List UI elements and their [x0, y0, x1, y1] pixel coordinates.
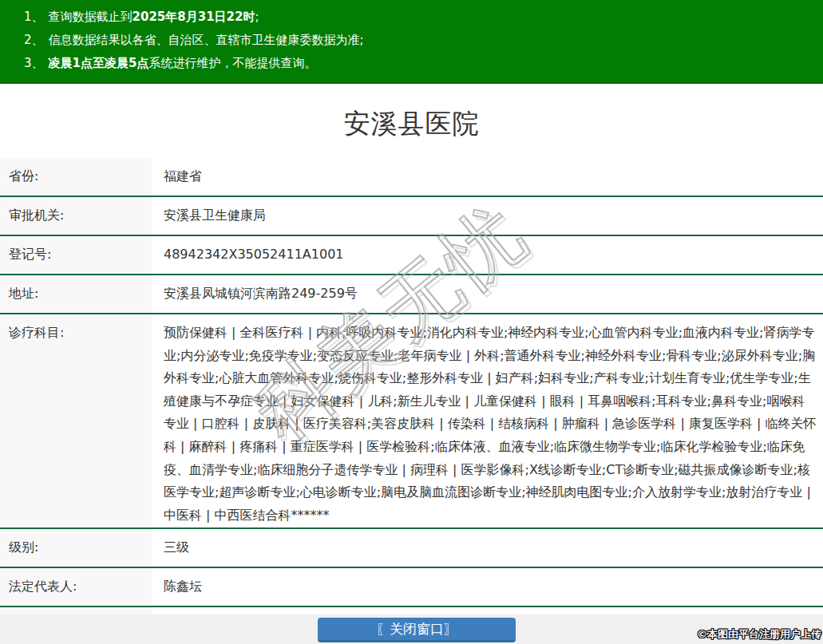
notice-line-2: 2、信息数据结果以各省、自治区、直辖市卫生健康委数据为准; — [24, 29, 815, 52]
row-label: 地址: — [0, 275, 152, 313]
notice-text-bold: 凌晨1点至凌晨5点 — [49, 56, 149, 70]
row-label: 省份: — [0, 158, 152, 196]
notice-number: 3、 — [24, 56, 44, 70]
close-window-button[interactable]: 〖关闭窗口〗 — [318, 618, 516, 642]
row-label: 审批机关: — [0, 197, 152, 235]
table-row-medical-subjects: 诊疗科目: 预防保健科 | 全科医疗科 | 内科;呼吸内科专业;消化内科专业;神… — [0, 314, 823, 529]
row-value: 安溪县卫生健康局 — [152, 197, 823, 235]
table-row-legal-representative: 法定代表人: 陈鑫坛 — [0, 568, 823, 607]
notice-text: 信息数据结果以各省、自治区、直辖市卫生健康委数据为准; — [49, 33, 364, 47]
row-value: 48942342X35052411A1001 — [152, 236, 823, 274]
table-row-registration-number: 登记号: 48942342X35052411A1001 — [0, 236, 823, 275]
notice-banner: 1、查询数据截止到2025年8月31日22时; 2、信息数据结果以各省、自治区、… — [0, 0, 823, 84]
row-value: 三级 — [152, 529, 823, 567]
row-value: 福建省 — [152, 158, 823, 196]
footer-bar: 〖关闭窗口〗 ©本图由平台注册用户上传 — [0, 614, 823, 644]
row-value: 预防保健科 | 全科医疗科 | 内科;呼吸内科专业;消化内科专业;神经内科专业;… — [152, 314, 823, 527]
copyright-watermark: ©本图由平台注册用户上传 — [697, 627, 821, 642]
notice-text: ; — [255, 10, 259, 24]
page: 1、查询数据截止到2025年8月31日22时; 2、信息数据结果以各省、自治区、… — [0, 0, 823, 644]
row-label: 法定代表人: — [0, 568, 152, 606]
notice-line-1: 1、查询数据截止到2025年8月31日22时; — [24, 6, 815, 29]
table-row-province: 省份: 福建省 — [0, 158, 823, 197]
row-value: 陈鑫坛 — [152, 568, 823, 606]
row-label: 登记号: — [0, 236, 152, 274]
notice-line-3: 3、凌晨1点至凌晨5点系统进行维护，不能提供查询。 — [24, 52, 815, 75]
notice-text-bold: 2025年8月31日22时 — [133, 10, 255, 24]
table-row-address: 地址: 安溪县凤城镇河滨南路249-259号 — [0, 275, 823, 314]
row-label: 级别: — [0, 529, 152, 567]
table-row-approval-authority: 审批机关: 安溪县卫生健康局 — [0, 197, 823, 236]
page-title: 安溪县医院 — [0, 106, 823, 142]
hospital-info-table: 省份: 福建省 审批机关: 安溪县卫生健康局 登记号: 48942342X350… — [0, 158, 823, 620]
notice-text: 查询数据截止到 — [49, 10, 133, 24]
table-row-level: 级别: 三级 — [0, 529, 823, 568]
notice-number: 1、 — [24, 10, 44, 24]
row-label: 诊疗科目: — [0, 314, 152, 527]
notice-text: 系统进行维护，不能提供查询。 — [148, 56, 316, 70]
row-value: 安溪县凤城镇河滨南路249-259号 — [152, 275, 823, 313]
notice-number: 2、 — [24, 33, 44, 47]
